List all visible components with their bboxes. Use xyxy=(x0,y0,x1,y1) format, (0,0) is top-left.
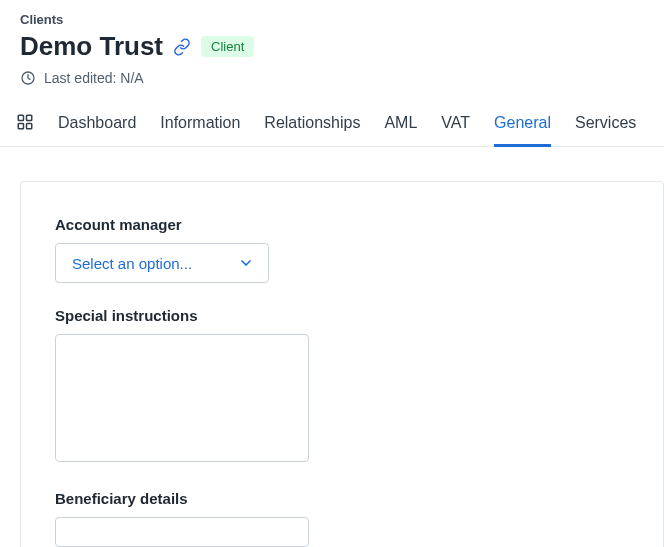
beneficiary-details-input[interactable] xyxy=(55,517,309,547)
tab-aml[interactable]: AML xyxy=(384,110,417,147)
tab-information[interactable]: Information xyxy=(160,110,240,147)
tab-relationships[interactable]: Relationships xyxy=(264,110,360,147)
clock-icon xyxy=(20,70,36,86)
client-badge: Client xyxy=(201,36,254,57)
title-row: Demo Trust Client xyxy=(20,31,664,62)
beneficiary-details-field: Beneficiary details xyxy=(55,490,629,547)
chevron-down-icon xyxy=(238,255,254,271)
last-edited-text: Last edited: N/A xyxy=(44,70,144,86)
breadcrumb[interactable]: Clients xyxy=(20,12,664,27)
account-manager-select[interactable]: Select an option... xyxy=(55,243,269,283)
link-icon[interactable] xyxy=(173,38,191,56)
tab-general[interactable]: General xyxy=(494,110,551,147)
special-instructions-textarea[interactable] xyxy=(55,334,309,462)
tab-services[interactable]: Services xyxy=(575,110,636,147)
last-edited-row: Last edited: N/A xyxy=(20,70,664,86)
svg-rect-4 xyxy=(27,124,32,129)
special-instructions-label: Special instructions xyxy=(55,307,629,324)
svg-rect-1 xyxy=(18,115,23,120)
account-manager-label: Account manager xyxy=(55,216,629,233)
svg-rect-3 xyxy=(18,124,23,129)
general-form-card: Account manager Select an option... Spec… xyxy=(20,181,664,547)
tab-bar: Dashboard Information Relationships AML … xyxy=(0,110,664,147)
apps-icon[interactable] xyxy=(16,119,34,137)
svg-rect-2 xyxy=(27,115,32,120)
tab-vat[interactable]: VAT xyxy=(441,110,470,147)
tab-dashboard[interactable]: Dashboard xyxy=(58,110,136,147)
account-manager-field: Account manager Select an option... xyxy=(55,216,629,283)
account-manager-select-text: Select an option... xyxy=(72,255,192,272)
beneficiary-details-label: Beneficiary details xyxy=(55,490,629,507)
page-title: Demo Trust xyxy=(20,31,163,62)
special-instructions-field: Special instructions xyxy=(55,307,629,466)
